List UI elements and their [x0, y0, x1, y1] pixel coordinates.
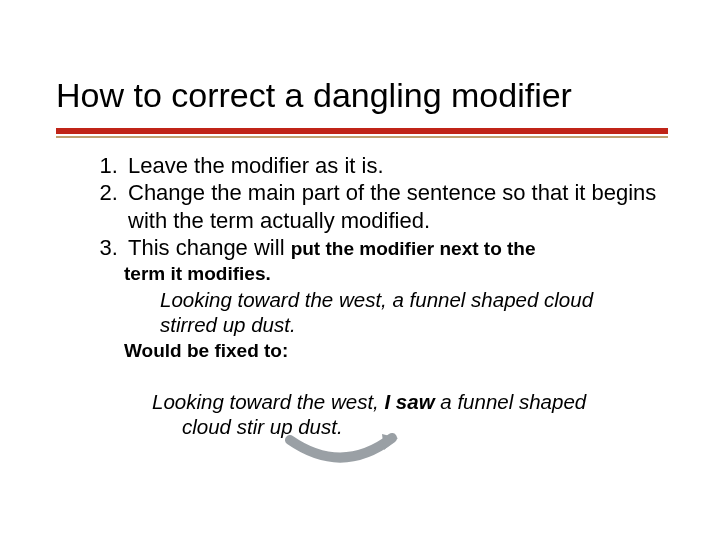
- list-item: This change will put the modifier next t…: [124, 234, 670, 262]
- accent-line: [56, 136, 668, 138]
- example-corrected-part-a: Looking toward the west,: [152, 390, 384, 413]
- list-item-text: Leave the modifier as it is.: [128, 153, 384, 178]
- example-original: Looking toward the west, a funnel shaped…: [160, 287, 670, 337]
- numbered-list: Leave the modifier as it is. Change the …: [56, 152, 670, 262]
- list-item-text: This change will: [128, 235, 291, 260]
- slide: How to correct a dangling modifier Leave…: [0, 0, 720, 540]
- list-item: Leave the modifier as it is.: [124, 152, 670, 180]
- example-corrected: Looking toward the west, I saw a funnel …: [152, 389, 670, 439]
- continuation-text: term it modifies.: [124, 262, 670, 286]
- fixed-to-label: Would be fixed to:: [124, 339, 670, 363]
- accent-bar: [56, 128, 668, 134]
- example-corrected-emphasis: I saw: [384, 390, 434, 413]
- slide-body: Leave the modifier as it is. Change the …: [56, 152, 670, 440]
- slide-title: How to correct a dangling modifier: [56, 78, 670, 124]
- list-item: Change the main part of the sentence so …: [124, 179, 670, 234]
- list-item-bold-tail: put the modifier next to the: [291, 238, 536, 259]
- list-item-text: Change the main part of the sentence so …: [128, 180, 656, 233]
